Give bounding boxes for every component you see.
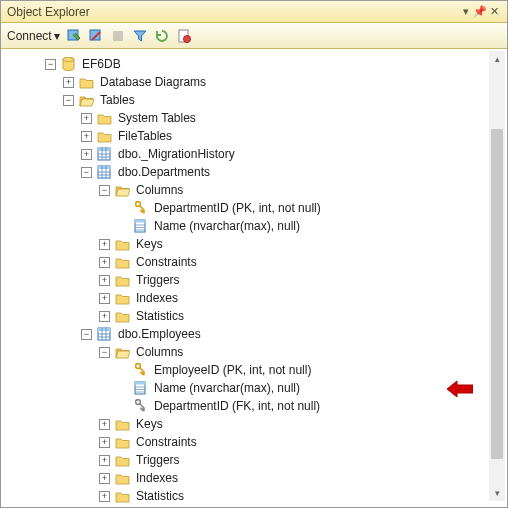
collapse-icon[interactable]: − <box>99 347 110 358</box>
script-icon[interactable] <box>176 28 192 44</box>
collapse-icon[interactable]: − <box>45 59 56 70</box>
tables-node[interactable]: − Tables <box>9 91 507 109</box>
svg-rect-18 <box>113 31 123 41</box>
table-icon <box>96 164 112 180</box>
dropdown-icon[interactable]: ▾ <box>459 5 473 18</box>
folder-icon <box>114 452 130 468</box>
folder-icon <box>114 416 130 432</box>
collapse-icon[interactable]: − <box>81 167 92 178</box>
employees-table-node[interactable]: − dbo.Employees <box>9 325 507 343</box>
folder-icon <box>114 236 130 252</box>
column-label: DepartmentID (FK, int, not null) <box>152 397 322 415</box>
indexes-node[interactable]: + Indexes <box>9 289 507 307</box>
triggers-node[interactable]: + Triggers <box>9 271 507 289</box>
expand-icon[interactable]: + <box>99 257 110 268</box>
migration-table-node[interactable]: + dbo._MigrationHistory <box>9 145 507 163</box>
folder-icon <box>114 488 130 504</box>
column-emp-name[interactable]: Name (nvarchar(max), null) <box>9 379 507 397</box>
keys-node-emp[interactable]: + Keys <box>9 415 507 433</box>
system-tables-node[interactable]: + System Tables <box>9 109 507 127</box>
column-employeeid[interactable]: EmployeeID (PK, int, not null) <box>9 361 507 379</box>
tree-view: − EF6DB + Database Diagrams − Tables + S… <box>1 49 507 507</box>
diagrams-node[interactable]: + Database Diagrams <box>9 73 507 91</box>
filter-icon[interactable] <box>132 28 148 44</box>
columns-node[interactable]: − Columns <box>9 181 507 199</box>
node-label: Tables <box>98 91 137 109</box>
scrollbar[interactable]: ▴ ▾ <box>489 51 505 501</box>
node-label: dbo.Departments <box>116 163 212 181</box>
expand-icon[interactable]: + <box>99 491 110 502</box>
keys-node[interactable]: + Keys <box>9 235 507 253</box>
folder-icon <box>114 290 130 306</box>
folder-icon <box>96 128 112 144</box>
pin-icon[interactable]: 📌 <box>473 5 487 18</box>
node-label: Columns <box>134 181 185 199</box>
stop-icon <box>110 28 126 44</box>
svg-point-20 <box>183 35 190 42</box>
folder-open-icon <box>114 182 130 198</box>
connect-button[interactable]: Connect ▾ <box>7 29 60 43</box>
annotation-arrow-icon <box>447 380 473 401</box>
node-label: Keys <box>134 235 165 253</box>
scroll-thumb[interactable] <box>491 129 503 459</box>
node-label: Keys <box>134 415 165 433</box>
departments-table-node[interactable]: − dbo.Departments <box>9 163 507 181</box>
collapse-icon[interactable]: − <box>63 95 74 106</box>
column-label: Name (nvarchar(max), null) <box>152 217 302 235</box>
expand-icon[interactable]: + <box>99 437 110 448</box>
column-emp-departmentid[interactable]: DepartmentID (FK, int, not null) <box>9 397 507 415</box>
toolbar: Connect ▾ <box>1 23 507 49</box>
folder-open-icon <box>114 344 130 360</box>
column-departmentid[interactable]: DepartmentID (PK, int, not null) <box>9 199 507 217</box>
folder-icon <box>114 434 130 450</box>
collapse-icon[interactable]: − <box>99 185 110 196</box>
node-label: Constraints <box>134 253 199 271</box>
node-label: Statistics <box>134 487 186 505</box>
expand-icon[interactable]: + <box>81 149 92 160</box>
constraints-node-emp[interactable]: + Constraints <box>9 433 507 451</box>
folder-icon <box>96 110 112 126</box>
file-tables-node[interactable]: + FileTables <box>9 127 507 145</box>
close-icon[interactable]: ✕ <box>487 5 501 18</box>
expand-icon[interactable]: + <box>99 293 110 304</box>
folder-icon <box>114 308 130 324</box>
expand-icon[interactable]: + <box>63 77 74 88</box>
column-icon <box>132 218 148 234</box>
node-label: Indexes <box>134 289 180 307</box>
folder-icon <box>114 470 130 486</box>
connect-label: Connect <box>7 29 52 43</box>
connect-object-explorer-icon[interactable] <box>66 28 82 44</box>
node-label: Database Diagrams <box>98 73 208 91</box>
expand-icon[interactable]: + <box>99 239 110 250</box>
triggers-node-emp[interactable]: + Triggers <box>9 451 507 469</box>
collapse-icon[interactable]: − <box>81 329 92 340</box>
scroll-down-icon[interactable]: ▾ <box>489 485 505 501</box>
column-label: DepartmentID (PK, int, not null) <box>152 199 323 217</box>
database-icon <box>60 56 76 72</box>
node-label: dbo.Employees <box>116 325 203 343</box>
scroll-up-icon[interactable]: ▴ <box>489 51 505 67</box>
expand-icon[interactable]: + <box>99 473 110 484</box>
node-label: Triggers <box>134 451 182 469</box>
db-label: EF6DB <box>80 55 123 73</box>
expand-icon[interactable]: + <box>81 113 92 124</box>
window-title: Object Explorer <box>7 5 459 19</box>
expand-icon[interactable]: + <box>99 419 110 430</box>
expand-icon[interactable]: + <box>99 275 110 286</box>
disconnect-icon[interactable] <box>88 28 104 44</box>
refresh-icon[interactable] <box>154 28 170 44</box>
indexes-node-emp[interactable]: + Indexes <box>9 469 507 487</box>
db-node[interactable]: − EF6DB <box>9 55 507 73</box>
node-label: dbo._MigrationHistory <box>116 145 237 163</box>
primary-key-icon <box>132 200 148 216</box>
statistics-node-emp[interactable]: + Statistics <box>9 487 507 505</box>
node-label: FileTables <box>116 127 174 145</box>
columns-node-emp[interactable]: − Columns <box>9 343 507 361</box>
constraints-node[interactable]: + Constraints <box>9 253 507 271</box>
statistics-node[interactable]: + Statistics <box>9 307 507 325</box>
expand-icon[interactable]: + <box>99 311 110 322</box>
column-name[interactable]: Name (nvarchar(max), null) <box>9 217 507 235</box>
expand-icon[interactable]: + <box>81 131 92 142</box>
column-label: EmployeeID (PK, int, not null) <box>152 361 313 379</box>
expand-icon[interactable]: + <box>99 455 110 466</box>
